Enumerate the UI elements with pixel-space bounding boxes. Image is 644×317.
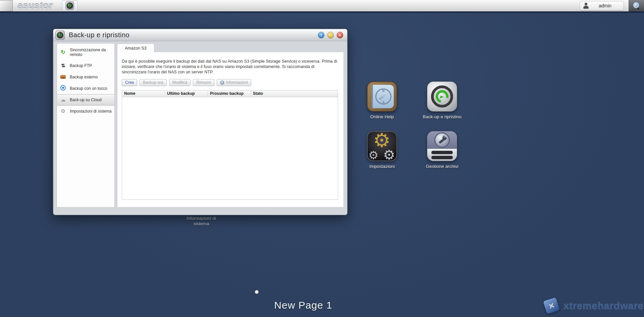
desktop-icon-label: Back-up e ripristino — [420, 114, 464, 120]
taskbar-left-button[interactable] — [0, 0, 13, 11]
search-icon[interactable] — [633, 2, 640, 9]
sidebar-item-cloud-backup[interactable]: ☁ Back-up su Cloud — [57, 94, 114, 106]
information-button[interactable]: i Informazioni — [217, 79, 251, 86]
tab-amazon-s3[interactable]: Amazon S3 — [117, 44, 154, 52]
watermark: × xtremehardware.it — [544, 298, 644, 313]
watermark-text: xtremehardware.it — [564, 300, 644, 311]
column-header-stato[interactable]: Stato — [251, 90, 338, 97]
sidebar-item-ftp-backup[interactable]: ⇅ Backup FTP — [57, 60, 114, 71]
search-zone[interactable] — [629, 0, 644, 11]
sidebar-item-system-settings[interactable]: ⚙ Impostazioni di sistema — [57, 106, 114, 117]
sync-icon: ↻ — [59, 49, 67, 55]
panel-description: Da qui è possibile eseguire il backup de… — [122, 59, 338, 75]
xtremehardware-logo-icon: × — [542, 296, 560, 315]
user-icon — [583, 2, 589, 9]
sidebar: ↻ Sincronizzazione da remoto ⇅ Backup FT… — [57, 43, 115, 207]
wrench-icon — [434, 132, 450, 148]
backup-app-icon: ↻ — [65, 1, 74, 10]
page-label: New Page 1 — [255, 300, 352, 311]
info-icon: i — [220, 80, 224, 85]
window-content: ↻ Sincronizzazione da remoto ⇅ Backup FT… — [57, 43, 344, 207]
gear-icon: ⚙ — [59, 108, 67, 114]
edit-button[interactable]: Modifica — [169, 79, 191, 86]
desktop-icon-online-help[interactable]: N S Online Help — [360, 81, 404, 120]
column-header-ultimo-backup[interactable]: Ultimo backup — [165, 90, 208, 97]
desktop-icon-settings[interactable]: ⚙ ⚙ ⚙ Impostazioni — [360, 131, 404, 170]
table-body-empty — [122, 97, 338, 199]
tab-bar: Amazon S3 — [117, 43, 344, 52]
desktop-icon-backup[interactable]: Back-up e ripristino — [420, 81, 464, 120]
table-header: Nome Ultimo backup Prossimo backup Stato — [122, 90, 338, 97]
top-bar: asustor ↻ admin — [0, 0, 644, 13]
compass-icon: N S — [375, 88, 391, 105]
sidebar-item-remote-sync[interactable]: ↻ Sincronizzazione da remoto — [57, 45, 114, 60]
desktop-icon-label: Gestione archivi — [420, 164, 464, 170]
desktop-icon-storage-manager[interactable]: Gestione archivi — [420, 131, 464, 170]
window-icon: ↻ — [55, 30, 65, 40]
remove-button[interactable]: Rimuovi — [193, 79, 214, 86]
page-indicator-dot[interactable] — [255, 290, 259, 294]
desktop-icon-label: Online Help — [360, 114, 404, 120]
main-area: Amazon S3 Da qui è possibile eseguire il… — [117, 43, 344, 207]
user-name: admin — [593, 3, 624, 8]
ftp-icon: ⇅ — [59, 63, 67, 69]
cloud-icon: ☁ — [59, 97, 67, 103]
toolbar: Crea Backup ora Modifica Rimuovi i Infor… — [122, 79, 339, 86]
create-button[interactable]: Crea — [122, 79, 137, 86]
taskbar-active-app[interactable]: ↻ — [62, 0, 77, 11]
window-footer — [53, 207, 347, 215]
minimize-button[interactable]: — — [327, 32, 334, 38]
amazon-s3-panel: Da qui è possibile eseguire il backup de… — [117, 52, 344, 207]
column-header-nome[interactable]: Nome — [122, 90, 165, 97]
window-titlebar[interactable]: ↻ Back-up e ripristino ? — × — [53, 29, 347, 41]
one-touch-icon — [59, 85, 67, 91]
backup-jobs-table: Nome Ultimo backup Prossimo backup Stato — [122, 90, 338, 200]
settings-gears-icon: ⚙ ⚙ ⚙ — [367, 131, 397, 161]
desktop: asustor ↻ admin N S — [0, 0, 644, 317]
window-controls: ? — × — [318, 32, 343, 38]
window-title: Back-up e ripristino — [69, 31, 129, 39]
close-button[interactable]: × — [337, 32, 343, 38]
help-button[interactable]: ? — [318, 32, 324, 38]
desktop-icon-system-info-label[interactable]: Informazioni di sistema — [179, 216, 223, 227]
online-help-icon: N S — [367, 81, 397, 112]
storage-manager-icon — [427, 131, 457, 161]
backup-restore-window: ↻ Back-up e ripristino ? — × ↻ Sincroniz… — [53, 29, 347, 215]
backup-restore-icon — [427, 81, 457, 112]
backup-now-button[interactable]: Backup ora — [140, 79, 167, 86]
asustor-logo: asustor — [17, 1, 53, 11]
sidebar-item-external-backup[interactable]: Backup esterno — [57, 71, 114, 83]
topbar-right: admin — [580, 0, 644, 11]
user-menu-button[interactable]: admin — [580, 1, 624, 10]
column-header-prossimo-backup[interactable]: Prossimo backup — [208, 90, 251, 97]
sidebar-item-one-touch-backup[interactable]: Backup con un tocco — [57, 83, 114, 94]
external-drive-icon — [59, 74, 67, 80]
desktop-icon-label: Impostazioni — [360, 164, 404, 170]
